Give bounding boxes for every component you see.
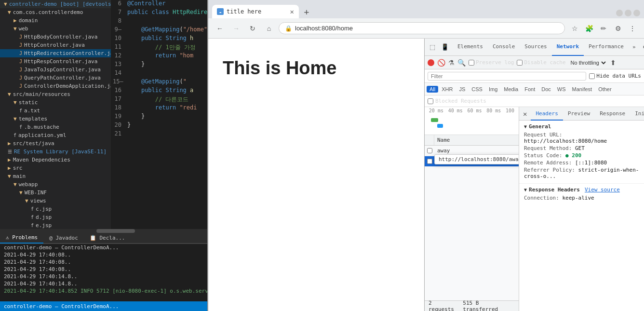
devtools-toggle-icon[interactable]: ⚙ — [611, 22, 625, 35]
tree-httpredirection[interactable]: J HttpRedirectionController.java — [0, 49, 111, 57]
clear-button[interactable]: 🚫 — [437, 59, 445, 67]
type-filter-bar: All XHR JS CSS Img Media Font Doc WS Man… — [425, 83, 644, 95]
blocked-requests-checkbox[interactable] — [428, 98, 433, 104]
tree-domain[interactable]: ▶ domain — [0, 16, 111, 25]
devtools-settings-icon[interactable]: ⚙ — [640, 41, 644, 53]
tree-httpresp[interactable]: J HttpRespController.java — [0, 57, 111, 66]
filter-input[interactable] — [428, 72, 586, 81]
detail-tab-response[interactable]: Response — [595, 107, 630, 121]
hide-data-urls-label[interactable]: Hide data URLs — [589, 73, 641, 79]
page-heading: This is Home — [223, 58, 410, 79]
tree-appyml[interactable]: f application.yml — [0, 131, 111, 139]
timeline-chart: 20 ms 40 ms 60 ms 80 ms 100 — [425, 107, 519, 135]
filter-xhr[interactable]: XHR — [439, 86, 456, 93]
timeline-bars — [427, 114, 517, 130]
filter-doc[interactable]: Doc — [538, 86, 554, 93]
general-section-title[interactable]: ▼ General — [524, 123, 639, 130]
devtools-device-icon[interactable]: 📱 — [439, 41, 451, 53]
nav-back-button[interactable]: ← — [213, 22, 227, 35]
tree-atxt[interactable]: f a.txt — [0, 107, 111, 115]
network-list-header: Name — [425, 135, 519, 146]
extensions-icon[interactable]: 🧩 — [582, 22, 596, 35]
tab-more[interactable]: » — [629, 39, 640, 56]
tree-ejsp[interactable]: f e.jsp — [0, 221, 111, 229]
tab-elements[interactable]: Elements — [453, 39, 488, 56]
response-headers-title[interactable]: ▼ Response Headers View source — [524, 187, 639, 193]
tree-main[interactable]: ▼ main — [0, 172, 111, 180]
filter-other[interactable]: Other — [595, 86, 615, 93]
tree-querypath[interactable]: J QueryPathController.java — [0, 74, 111, 82]
tree-cjsp[interactable]: f c.jsp — [0, 205, 111, 213]
tree-resources[interactable]: ▼ src/main/resources — [0, 90, 111, 98]
nav-reload-button[interactable]: ↻ — [246, 22, 259, 35]
maximize-button[interactable] — [625, 10, 631, 16]
filter-icon[interactable]: ⚗ — [448, 59, 455, 67]
devtools-left-icons: ⬚ 📱 — [427, 41, 451, 53]
tree-project[interactable]: ▼ controller-demo [boot] [devtools] — [0, 0, 111, 8]
filter-all[interactable]: All — [427, 86, 438, 93]
address-bar[interactable]: 🔒 — [279, 22, 565, 34]
new-tab-button[interactable]: + — [301, 6, 312, 17]
tree-bmustache[interactable]: f .b.mustache — [0, 123, 111, 131]
detail-tab-close[interactable]: ✕ — [519, 107, 531, 121]
tree-webinf[interactable]: ▼ WEB-INF — [0, 189, 111, 197]
import-icon[interactable]: ⬆ — [610, 59, 616, 67]
filter-img[interactable]: Img — [486, 86, 500, 93]
filter-media[interactable]: Media — [501, 86, 521, 93]
tree-webapp[interactable]: ▼ webapp — [0, 180, 111, 189]
tree-package[interactable]: ▼ com.cos.controllerdemo — [0, 8, 111, 16]
tab-sources[interactable]: Sources — [520, 39, 551, 56]
declaration-tab[interactable]: 📋 Decla... — [84, 233, 131, 243]
browser-active-tab[interactable]: ☁ title here ✕ — [212, 5, 299, 18]
tree-views[interactable]: ▼ views — [0, 197, 111, 205]
tree-djsp[interactable]: f d.jsp — [0, 213, 111, 221]
code-line: 10 public String h — [111, 35, 207, 43]
code-line: 15– @GetMapping(" — [111, 78, 207, 87]
throttle-select[interactable]: No throttling — [569, 59, 607, 66]
address-input[interactable] — [295, 25, 559, 32]
tree-web[interactable]: ▼ web — [0, 25, 111, 33]
search-icon[interactable]: 🔍 — [457, 59, 466, 67]
tree-httpcontroller[interactable]: J HttpController.java — [0, 41, 111, 49]
detail-tab-preview[interactable]: Preview — [563, 107, 595, 121]
code-line: 14 — [111, 69, 207, 78]
tree-src[interactable]: ▶ src — [0, 164, 111, 172]
tree-httpbody[interactable]: J HttpBodyController.java — [0, 33, 111, 41]
tree-templates[interactable]: ▼ templates — [0, 115, 111, 123]
filter-font[interactable]: Font — [522, 86, 538, 93]
filter-ws[interactable]: WS — [554, 86, 569, 93]
disable-cache-checkbox[interactable]: Disable cache — [517, 59, 565, 66]
tab-performance[interactable]: Performance — [584, 39, 629, 56]
view-source-link[interactable]: View source — [585, 187, 620, 193]
filter-manifest[interactable]: Manifest — [569, 86, 595, 93]
more-icon[interactable]: ⋮ — [626, 22, 639, 35]
filter-css[interactable]: CSS — [469, 86, 485, 93]
detail-tab-headers[interactable]: Headers — [531, 107, 563, 121]
record-button[interactable] — [428, 59, 434, 66]
tree-testjava[interactable]: ▶ src/test/java — [0, 139, 111, 148]
close-button[interactable] — [633, 10, 640, 16]
tree-javatojsp[interactable]: J JavaToJspController.java — [0, 66, 111, 74]
tree-controllerdemo-app[interactable]: J ControllerDemoApplication.java — [0, 82, 111, 90]
tree-syslib[interactable]: ☰ RE System Library [JavaSE-11] — [0, 148, 111, 156]
problems-tab[interactable]: ⚠ Problems — [0, 233, 43, 243]
javadoc-tab[interactable]: @ Javadoc — [43, 233, 84, 243]
row-name-away: away — [434, 148, 519, 154]
devtools-right-icons: ⚙ ⋮ ✕ — [640, 41, 644, 53]
detail-tab-initiator[interactable]: Initiator — [630, 107, 644, 121]
row-checkbox — [425, 148, 434, 153]
nav-forward-button[interactable]: → — [229, 22, 243, 35]
edit-icon[interactable]: ✏ — [597, 22, 610, 35]
horizontal-scrollbar[interactable] — [0, 229, 207, 233]
tab-console[interactable]: Console — [488, 39, 520, 56]
tree-static[interactable]: ▼ static — [0, 98, 111, 107]
tab-network[interactable]: Network — [552, 39, 584, 56]
devtools-inspect-icon[interactable]: ⬚ — [427, 41, 438, 53]
bookmark-icon[interactable]: ☆ — [568, 22, 581, 35]
tree-maven[interactable]: ▶ Maven Dependencies — [0, 156, 111, 164]
tab-close-icon[interactable]: ✕ — [290, 8, 294, 15]
filter-js[interactable]: JS — [456, 86, 468, 93]
nav-home-button[interactable]: ⌂ — [262, 22, 276, 35]
preserve-log-checkbox[interactable]: Preserve log — [469, 59, 514, 66]
minimize-button[interactable] — [616, 10, 623, 16]
